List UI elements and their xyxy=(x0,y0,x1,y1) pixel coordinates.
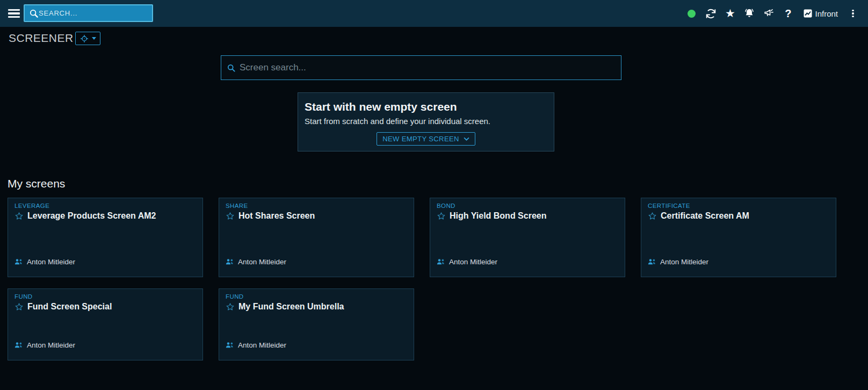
screen-card[interactable]: CERTIFICATE Certificate Screen AM xyxy=(641,198,836,277)
screen-search-box[interactable] xyxy=(221,55,621,80)
screener-page: ★ ? xyxy=(0,0,868,390)
notifications-bell-icon[interactable] xyxy=(743,7,755,20)
favorite-star-icon[interactable]: ★ xyxy=(724,7,736,20)
screen-card[interactable]: FUND My Fund Screen Umbrella xyxy=(219,288,414,360)
screen-title: High Yield Bond Screen xyxy=(450,211,546,221)
screen-card[interactable]: FUND Fund Screen Special xyxy=(8,288,203,360)
screen-category-label: SHARE xyxy=(226,203,407,209)
owner-people-icon xyxy=(226,342,234,349)
screen-category-label: CERTIFICATE xyxy=(648,203,829,209)
screener-target-dropdown-button[interactable] xyxy=(75,32,100,45)
new-empty-screen-button-label: NEW EMPTY SCREEN xyxy=(382,135,459,143)
favorite-star-icon[interactable] xyxy=(226,212,235,221)
favorite-star-icon[interactable] xyxy=(437,212,446,221)
announcement-megaphone-icon[interactable] xyxy=(763,7,775,20)
brand-chart-icon xyxy=(804,9,812,18)
overflow-menu-icon[interactable] xyxy=(849,10,857,18)
menu-icon[interactable] xyxy=(8,9,20,18)
screen-title: My Fund Screen Umbrella xyxy=(238,302,344,312)
screen-search-input[interactable] xyxy=(240,62,616,73)
screen-owner: Anton Mitleider xyxy=(27,341,75,349)
refresh-icon[interactable] xyxy=(705,7,717,20)
my-screens-grid: LEVERAGE Leverage Products Screen AM2 xyxy=(8,198,836,360)
owner-people-icon xyxy=(648,258,656,265)
screen-title: Hot Shares Screen xyxy=(238,211,315,221)
screen-title: Leverage Products Screen AM2 xyxy=(27,211,156,221)
chevron-down-icon xyxy=(464,137,469,141)
top-navigation-bar: ★ ? xyxy=(0,0,868,27)
favorite-star-icon[interactable] xyxy=(15,212,24,221)
screen-card[interactable]: LEVERAGE Leverage Products Screen AM2 xyxy=(8,198,203,277)
screen-category-label: LEVERAGE xyxy=(15,203,196,209)
screen-owner: Anton Mitleider xyxy=(27,258,75,266)
owner-people-icon xyxy=(226,258,234,265)
new-screen-title: Start with new empty screen xyxy=(305,100,547,113)
owner-people-icon xyxy=(15,342,23,349)
favorite-star-icon[interactable] xyxy=(226,302,235,312)
screen-title: Certificate Screen AM xyxy=(661,211,749,221)
brand-logo[interactable]: Infront xyxy=(804,9,838,18)
screen-title: Fund Screen Special xyxy=(27,302,112,312)
new-empty-screen-card: Start with new empty screen Start from s… xyxy=(298,92,554,151)
screen-owner: Anton Mitleider xyxy=(238,258,286,266)
screen-category-label: BOND xyxy=(437,203,618,209)
owner-people-icon xyxy=(437,258,445,265)
search-icon xyxy=(227,63,236,73)
screen-owner: Anton Mitleider xyxy=(449,258,497,266)
screen-category-label: FUND xyxy=(226,293,407,300)
my-screens-heading: My screens xyxy=(8,177,65,190)
status-dot xyxy=(685,7,697,20)
favorite-star-icon[interactable] xyxy=(15,302,24,312)
screen-card[interactable]: BOND High Yield Bond Screen xyxy=(430,198,625,277)
global-search-box[interactable] xyxy=(24,4,153,22)
global-search-input[interactable] xyxy=(39,9,148,17)
screen-category-label: FUND xyxy=(15,293,196,300)
chevron-down-icon xyxy=(92,37,96,40)
page-title: SCREENER xyxy=(9,32,74,45)
topbar-actions: ★ ? xyxy=(685,0,868,27)
owner-people-icon xyxy=(15,258,23,265)
crosshair-icon xyxy=(79,34,89,44)
help-icon[interactable]: ? xyxy=(782,7,794,20)
screen-owner: Anton Mitleider xyxy=(660,258,708,266)
screen-owner: Anton Mitleider xyxy=(238,341,286,349)
new-empty-screen-button[interactable]: NEW EMPTY SCREEN xyxy=(377,132,475,146)
new-screen-subtitle: Start from scratch and define your indiv… xyxy=(305,117,547,126)
search-icon xyxy=(29,9,39,18)
screen-card[interactable]: SHARE Hot Shares Screen xyxy=(219,198,414,277)
brand-name: Infront xyxy=(815,9,838,18)
favorite-star-icon[interactable] xyxy=(648,212,657,221)
